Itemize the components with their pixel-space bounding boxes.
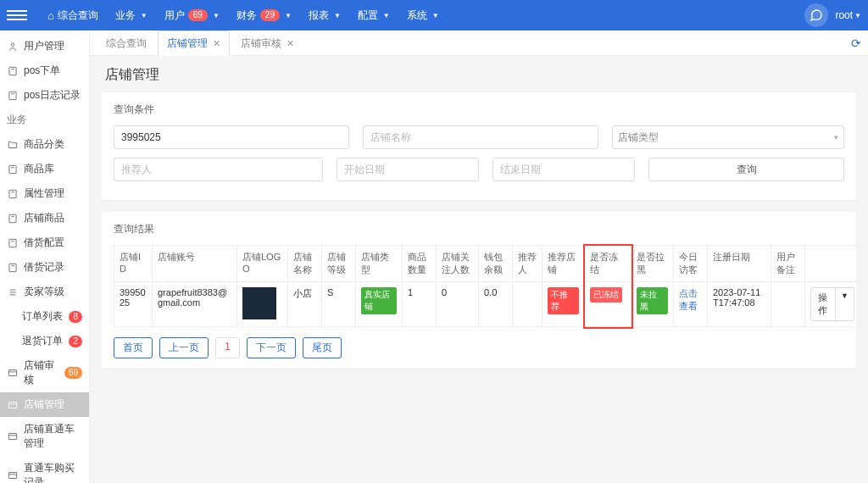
cell-type: 真实店铺 xyxy=(356,282,403,327)
book-icon xyxy=(7,237,19,249)
refresh-icon[interactable]: ⟳ xyxy=(851,36,861,50)
tab[interactable]: 店铺审核✕ xyxy=(231,31,303,56)
sidebar-item[interactable]: 店铺审核69 xyxy=(0,353,89,392)
end-date-input[interactable] xyxy=(492,158,635,181)
sidebar-label: 订单列表 xyxy=(22,309,63,324)
query-button[interactable]: 查询 xyxy=(648,158,844,181)
tab[interactable]: 店铺管理✕ xyxy=(158,31,230,56)
sidebar-item[interactable]: 商品分类 xyxy=(0,132,89,157)
chat-button[interactable] xyxy=(804,3,828,27)
sidebar-item[interactable]: 属性管理 xyxy=(0,181,89,206)
referrer-input[interactable] xyxy=(114,158,323,181)
nav-item[interactable]: 报表▼ xyxy=(302,0,348,31)
cell-remark xyxy=(771,282,805,327)
svg-rect-18 xyxy=(8,370,16,376)
page-title: 店铺管理 xyxy=(102,63,856,92)
sidebar-item[interactable]: 店铺直通车管理 xyxy=(0,417,89,456)
shop-id-input[interactable] xyxy=(114,125,349,149)
sidebar-item[interactable]: 订单列表8 xyxy=(0,304,89,329)
results-panel: 查询结果 店铺ID店铺账号店铺LOGO店铺名称店铺等级店铺类型商品数量店铺关注人… xyxy=(102,212,856,369)
card-icon xyxy=(7,367,19,379)
book-icon xyxy=(7,213,19,225)
operate-button[interactable]: 操作 xyxy=(810,287,836,321)
col-header: 今日访客 xyxy=(674,246,708,282)
recshop-tag: 不推荐 xyxy=(548,287,579,314)
sidebar-label: 属性管理 xyxy=(24,186,64,201)
pager-last[interactable]: 尾页 xyxy=(303,337,342,358)
nav-item[interactable]: 业务▼ xyxy=(108,0,154,31)
caret-icon: ▼ xyxy=(334,12,341,19)
sidebar-item[interactable]: 直通车购买记录 xyxy=(0,456,89,483)
sidebar-item[interactable]: 店铺商品 xyxy=(0,206,89,230)
svg-rect-5 xyxy=(9,165,16,173)
caret-icon: ▼ xyxy=(432,12,439,19)
cell-balance: 0.0 xyxy=(479,282,513,327)
nav-item[interactable]: 财务29▼ xyxy=(230,0,298,31)
shop-type-select[interactable]: 店铺类型▾ xyxy=(612,125,844,149)
cell-frozen: 已冻结 xyxy=(585,282,632,327)
close-icon[interactable]: ✕ xyxy=(213,38,220,49)
pager-next[interactable]: 下一页 xyxy=(247,337,296,358)
svg-rect-3 xyxy=(9,92,16,99)
svg-rect-20 xyxy=(8,402,16,408)
col-header: 推荐店铺 xyxy=(542,246,585,282)
users-icon xyxy=(7,41,19,53)
nav-item[interactable]: 系统▼ xyxy=(400,0,446,31)
tabs: 综合查询店铺管理✕店铺审核✕⟳ xyxy=(90,31,868,56)
cell-recshop: 不推荐 xyxy=(542,282,585,327)
sidebar-item[interactable]: 借货配置 xyxy=(0,230,89,255)
sidebar-item[interactable]: 店铺管理 xyxy=(0,392,89,417)
sidebar-item[interactable]: 用户管理 xyxy=(0,34,89,58)
sidebar-item[interactable]: 退货订单2 xyxy=(0,329,89,353)
pager-first[interactable]: 首页 xyxy=(114,337,153,358)
sidebar-item[interactable]: pos下单 xyxy=(0,58,89,83)
sidebar-label: 商品分类 xyxy=(24,137,64,152)
pager-page[interactable]: 1 xyxy=(215,337,240,358)
book-icon xyxy=(7,90,19,102)
col-header: 店铺名称 xyxy=(288,246,322,282)
nav-home[interactable]: ⌂综合查询 xyxy=(41,0,105,31)
table-row: 3995025 grapefruit8383@gmail.com 小店 S 真实… xyxy=(114,282,860,327)
cell-followers: 0 xyxy=(437,282,479,327)
col-header: 钱包余额 xyxy=(479,246,513,282)
card-icon xyxy=(7,399,19,411)
col-header: 注册日期 xyxy=(708,246,771,282)
col-header: 店铺账号 xyxy=(153,246,237,282)
sidebar-badge: 69 xyxy=(64,367,82,379)
shop-name-input[interactable] xyxy=(363,125,598,149)
pager-prev[interactable]: 上一页 xyxy=(159,337,209,358)
main: 综合查询店铺管理✕店铺审核✕⟳ 店铺管理 查询条件 店铺类型▾ 查询 xyxy=(90,31,868,483)
sidebar-label: 店铺商品 xyxy=(24,211,64,225)
close-icon[interactable]: ✕ xyxy=(287,38,294,49)
svg-rect-24 xyxy=(8,473,16,479)
nav-item[interactable]: 配置▼ xyxy=(351,0,397,31)
sidebar-badge: 8 xyxy=(69,311,82,323)
sidebar-label: 卖家等级 xyxy=(24,285,64,299)
visitors-link[interactable]: 点击查看 xyxy=(679,288,698,311)
cell-id: 3995025 xyxy=(114,282,153,327)
sidebar-label: 直通车购买记录 xyxy=(24,461,82,483)
start-date-input[interactable] xyxy=(337,158,479,181)
cell-goods: 1 xyxy=(403,282,437,327)
book-icon xyxy=(7,65,19,77)
sidebar-item[interactable]: pos日志记录 xyxy=(0,83,89,108)
tab[interactable]: 综合查询 xyxy=(97,31,156,56)
cell-level: S xyxy=(322,282,356,327)
caret-icon: ▼ xyxy=(383,12,390,19)
caret-icon: ▼ xyxy=(141,12,147,19)
col-header: 推荐人 xyxy=(513,246,542,282)
sidebar-item[interactable]: 商品库 xyxy=(0,157,89,181)
sidebar-label: 退货订单 xyxy=(22,334,63,348)
shop-logo[interactable] xyxy=(242,287,276,319)
operate-dropdown[interactable]: ▼ xyxy=(836,287,854,321)
user-menu[interactable]: root▼ xyxy=(835,9,861,21)
card-icon xyxy=(7,469,19,481)
sidebar-item[interactable]: 卖家等级 xyxy=(0,280,89,304)
cell-blacklist: 未拉黑 xyxy=(632,282,674,327)
sidebar-label: 店铺直通车管理 xyxy=(24,422,82,451)
results-title: 查询结果 xyxy=(114,222,844,236)
sidebar-item[interactable]: 借货记录 xyxy=(0,255,89,280)
cell-regdate: 2023-07-11T17:47:08 xyxy=(708,282,771,327)
menu-toggle[interactable] xyxy=(7,5,27,25)
nav-item[interactable]: 用户69▼ xyxy=(158,0,226,31)
